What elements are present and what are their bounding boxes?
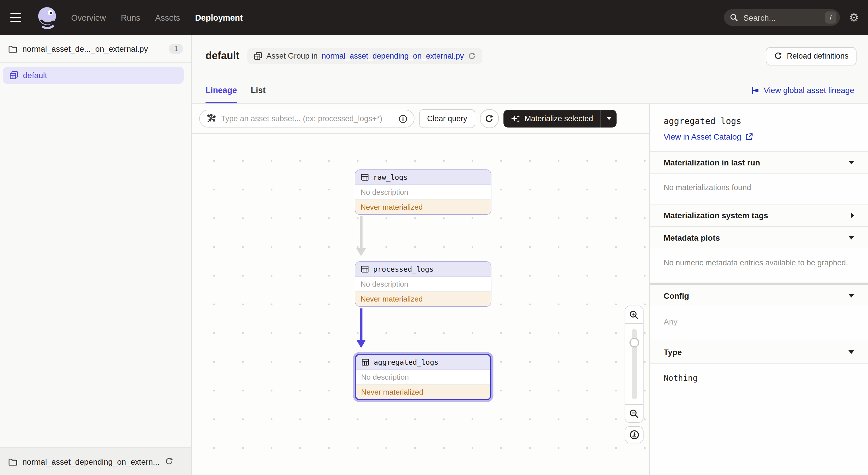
no-metadata-text: No numeric metadata entries available to… xyxy=(650,249,868,283)
asset-description: No description xyxy=(356,370,490,385)
asset-selector-icon xyxy=(206,114,216,123)
refresh-icon[interactable] xyxy=(165,457,174,466)
folder-icon xyxy=(8,457,17,466)
tabs-row: Lineage List View global asset lineage xyxy=(192,77,868,104)
selected-asset-title: aggregated_logs xyxy=(663,116,854,126)
zoom-controls xyxy=(625,305,644,423)
sparkle-icon xyxy=(511,114,520,123)
tab-list[interactable]: List xyxy=(251,77,266,103)
main-content: default Asset Group in normal_asset_depe… xyxy=(192,35,868,475)
chevron-down-icon xyxy=(848,236,854,239)
asset-detail-panel: aggregated_logs View in Asset Catalog Ma… xyxy=(650,104,868,475)
asset-group-tag: Asset Group in normal_asset_depending_on… xyxy=(247,48,482,64)
asset-node-processed-logs[interactable]: processed_logs No description Never mate… xyxy=(355,261,491,307)
section-label: Metadata plots xyxy=(663,233,720,242)
repo-name-label: normal_asset_de..._on_external.py xyxy=(22,44,164,53)
top-nav-bar: Overview Runs Assets Deployment / ⚙ xyxy=(0,0,868,35)
info-icon[interactable] xyxy=(398,114,408,123)
download-icon xyxy=(629,429,639,440)
zoom-slider-thumb[interactable] xyxy=(629,338,639,348)
asset-description: No description xyxy=(355,277,491,292)
table-icon xyxy=(361,173,369,181)
section-materialization-system-tags[interactable]: Materialization system tags xyxy=(650,204,868,227)
table-icon xyxy=(361,265,369,273)
refresh-icon[interactable] xyxy=(468,52,476,60)
config-value: Any xyxy=(650,307,868,340)
topbar-right: / ⚙ xyxy=(724,9,859,26)
zoom-slider[interactable] xyxy=(625,324,643,404)
search-icon xyxy=(730,13,738,22)
asset-name: raw_logs xyxy=(373,173,408,181)
reload-definitions-button[interactable]: Reload definitions xyxy=(766,47,857,65)
search-shortcut-badge: / xyxy=(825,11,836,24)
tag-prefix: Asset Group in xyxy=(267,52,318,60)
section-materialization-in-last-run[interactable]: Materialization in last run xyxy=(650,151,868,174)
asset-subset-query-field[interactable] xyxy=(199,110,414,127)
code-location-link[interactable]: normal_asset_depending_on_external.py xyxy=(322,52,464,60)
view-global-asset-lineage-label: View global asset lineage xyxy=(764,86,855,95)
nav-overview[interactable]: Overview xyxy=(71,13,106,22)
main-nav: Overview Runs Assets Deployment xyxy=(71,13,243,22)
asset-groups-sidebar: normal_asset_de..._on_external.py 1 defa… xyxy=(0,35,192,475)
chevron-down-icon xyxy=(607,117,611,120)
asset-group-icon xyxy=(9,71,19,80)
panel-divider xyxy=(650,283,868,285)
view-global-asset-lineage-link[interactable]: View global asset lineage xyxy=(751,86,855,95)
sidebar-item-default-group[interactable]: default xyxy=(3,67,184,84)
section-config[interactable]: Config xyxy=(650,285,868,307)
zoom-in-icon xyxy=(629,310,639,320)
search-input[interactable] xyxy=(742,12,821,23)
sidebar-repo-row[interactable]: normal_asset_de..._on_external.py 1 xyxy=(0,35,191,63)
nav-runs[interactable]: Runs xyxy=(121,13,141,22)
section-label: Type xyxy=(663,348,682,357)
asset-subset-input[interactable] xyxy=(220,114,394,123)
code-location-label: normal_asset_depending_on_extern... xyxy=(22,457,160,466)
zoom-in-button[interactable] xyxy=(625,306,643,324)
section-label: Config xyxy=(663,291,689,300)
asset-status: Never materialized xyxy=(355,200,491,214)
nav-assets[interactable]: Assets xyxy=(155,13,180,22)
view-in-asset-catalog-link[interactable]: View in Asset Catalog xyxy=(663,132,854,141)
dagster-logo-icon[interactable] xyxy=(36,5,59,30)
chevron-down-icon xyxy=(848,350,854,354)
chevron-down-icon xyxy=(848,161,854,164)
page-header: default Asset Group in normal_asset_depe… xyxy=(192,35,868,77)
refresh-icon xyxy=(774,52,782,60)
asset-description: No description xyxy=(355,185,491,200)
asset-name: aggregated_logs xyxy=(374,358,439,366)
sidebar-code-location-row[interactable]: normal_asset_depending_on_extern... xyxy=(0,447,191,475)
table-icon xyxy=(361,358,370,366)
graph-toolbar: Clear query xyxy=(192,104,649,134)
sidebar-item-label: default xyxy=(23,71,47,80)
type-value: Nothing xyxy=(650,363,868,397)
chevron-right-icon xyxy=(851,212,854,218)
asset-group-count-badge: 1 xyxy=(169,43,183,54)
materialize-selected-button[interactable]: Materialize selected xyxy=(503,110,601,127)
folder-icon xyxy=(8,44,17,53)
refresh-graph-button[interactable] xyxy=(480,109,499,128)
page-title: default xyxy=(206,50,239,62)
hamburger-menu-icon[interactable] xyxy=(9,8,30,27)
refresh-icon xyxy=(485,114,494,123)
gear-icon[interactable]: ⚙ xyxy=(849,12,859,23)
section-type[interactable]: Type xyxy=(650,340,868,363)
clear-query-button[interactable]: Clear query xyxy=(419,109,475,128)
no-materializations-text: No materializations found xyxy=(650,174,868,204)
section-label: Materialization system tags xyxy=(663,211,768,220)
materialize-selected-label: Materialize selected xyxy=(525,114,593,123)
lineage-canvas[interactable]: raw_logs No description Never materializ… xyxy=(192,134,649,475)
tab-lineage[interactable]: Lineage xyxy=(206,77,237,103)
lineage-graph-area: Clear query xyxy=(192,104,650,475)
chevron-down-icon xyxy=(848,294,854,298)
section-metadata-plots[interactable]: Metadata plots xyxy=(650,226,868,249)
nav-deployment[interactable]: Deployment xyxy=(195,13,243,22)
asset-node-raw-logs[interactable]: raw_logs No description Never materializ… xyxy=(355,170,491,215)
asset-status: Never materialized xyxy=(355,292,491,306)
dagster-app: Overview Runs Assets Deployment / ⚙ xyxy=(0,0,868,475)
global-search[interactable]: / xyxy=(724,9,840,26)
download-image-button[interactable] xyxy=(625,426,644,443)
materialize-options-dropdown[interactable] xyxy=(601,110,617,127)
zoom-out-button[interactable] xyxy=(625,404,643,422)
section-label: Materialization in last run xyxy=(663,158,760,167)
asset-node-aggregated-logs[interactable]: aggregated_logs No description Never mat… xyxy=(355,354,491,400)
